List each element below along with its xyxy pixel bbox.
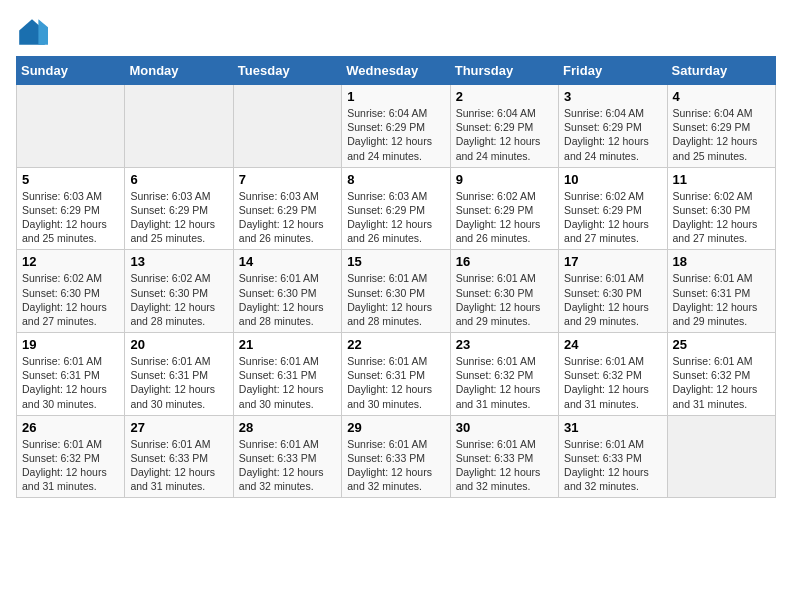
day-number: 9 [456,172,553,187]
calendar-cell: 5 Sunrise: 6:03 AM Sunset: 6:29 PM Dayli… [17,167,125,250]
day-number: 18 [673,254,770,269]
calendar-cell: 19 Sunrise: 6:01 AM Sunset: 6:31 PM Dayl… [17,333,125,416]
day-number: 13 [130,254,227,269]
calendar-cell: 15 Sunrise: 6:01 AM Sunset: 6:30 PM Dayl… [342,250,450,333]
day-info: Sunrise: 6:03 AM Sunset: 6:29 PM Dayligh… [347,189,444,246]
day-info: Sunrise: 6:01 AM Sunset: 6:32 PM Dayligh… [564,354,661,411]
calendar-body: 1 Sunrise: 6:04 AM Sunset: 6:29 PM Dayli… [17,85,776,498]
header-saturday: Saturday [667,57,775,85]
day-number: 6 [130,172,227,187]
day-info: Sunrise: 6:04 AM Sunset: 6:29 PM Dayligh… [673,106,770,163]
day-info: Sunrise: 6:01 AM Sunset: 6:31 PM Dayligh… [673,271,770,328]
calendar-cell: 10 Sunrise: 6:02 AM Sunset: 6:29 PM Dayl… [559,167,667,250]
day-number: 7 [239,172,336,187]
day-info: Sunrise: 6:01 AM Sunset: 6:30 PM Dayligh… [564,271,661,328]
calendar-cell: 4 Sunrise: 6:04 AM Sunset: 6:29 PM Dayli… [667,85,775,168]
day-number: 14 [239,254,336,269]
calendar-cell: 22 Sunrise: 6:01 AM Sunset: 6:31 PM Dayl… [342,333,450,416]
day-number: 27 [130,420,227,435]
calendar-cell: 6 Sunrise: 6:03 AM Sunset: 6:29 PM Dayli… [125,167,233,250]
calendar-cell [17,85,125,168]
day-info: Sunrise: 6:01 AM Sunset: 6:33 PM Dayligh… [564,437,661,494]
calendar-cell: 20 Sunrise: 6:01 AM Sunset: 6:31 PM Dayl… [125,333,233,416]
day-number: 2 [456,89,553,104]
week-row-4: 26 Sunrise: 6:01 AM Sunset: 6:32 PM Dayl… [17,415,776,498]
calendar-cell: 28 Sunrise: 6:01 AM Sunset: 6:33 PM Dayl… [233,415,341,498]
day-info: Sunrise: 6:01 AM Sunset: 6:33 PM Dayligh… [347,437,444,494]
day-number: 22 [347,337,444,352]
calendar-cell [125,85,233,168]
calendar-cell: 2 Sunrise: 6:04 AM Sunset: 6:29 PM Dayli… [450,85,558,168]
calendar-table: SundayMondayTuesdayWednesdayThursdayFrid… [16,56,776,498]
header-tuesday: Tuesday [233,57,341,85]
calendar-cell: 23 Sunrise: 6:01 AM Sunset: 6:32 PM Dayl… [450,333,558,416]
day-number: 29 [347,420,444,435]
calendar-cell: 24 Sunrise: 6:01 AM Sunset: 6:32 PM Dayl… [559,333,667,416]
day-info: Sunrise: 6:03 AM Sunset: 6:29 PM Dayligh… [130,189,227,246]
day-info: Sunrise: 6:01 AM Sunset: 6:33 PM Dayligh… [239,437,336,494]
calendar-cell: 21 Sunrise: 6:01 AM Sunset: 6:31 PM Dayl… [233,333,341,416]
day-number: 1 [347,89,444,104]
day-info: Sunrise: 6:01 AM Sunset: 6:31 PM Dayligh… [22,354,119,411]
calendar-cell: 27 Sunrise: 6:01 AM Sunset: 6:33 PM Dayl… [125,415,233,498]
calendar-cell [233,85,341,168]
calendar-cell: 30 Sunrise: 6:01 AM Sunset: 6:33 PM Dayl… [450,415,558,498]
calendar-cell: 17 Sunrise: 6:01 AM Sunset: 6:30 PM Dayl… [559,250,667,333]
day-number: 15 [347,254,444,269]
calendar-header: SundayMondayTuesdayWednesdayThursdayFrid… [17,57,776,85]
day-info: Sunrise: 6:01 AM Sunset: 6:33 PM Dayligh… [456,437,553,494]
day-number: 4 [673,89,770,104]
header-row: SundayMondayTuesdayWednesdayThursdayFrid… [17,57,776,85]
calendar-cell: 29 Sunrise: 6:01 AM Sunset: 6:33 PM Dayl… [342,415,450,498]
week-row-1: 5 Sunrise: 6:03 AM Sunset: 6:29 PM Dayli… [17,167,776,250]
calendar-cell: 9 Sunrise: 6:02 AM Sunset: 6:29 PM Dayli… [450,167,558,250]
day-number: 5 [22,172,119,187]
day-info: Sunrise: 6:01 AM Sunset: 6:33 PM Dayligh… [130,437,227,494]
day-number: 11 [673,172,770,187]
day-info: Sunrise: 6:01 AM Sunset: 6:31 PM Dayligh… [239,354,336,411]
day-info: Sunrise: 6:04 AM Sunset: 6:29 PM Dayligh… [456,106,553,163]
day-number: 24 [564,337,661,352]
calendar-cell: 13 Sunrise: 6:02 AM Sunset: 6:30 PM Dayl… [125,250,233,333]
day-info: Sunrise: 6:01 AM Sunset: 6:30 PM Dayligh… [456,271,553,328]
day-number: 10 [564,172,661,187]
day-number: 23 [456,337,553,352]
day-number: 21 [239,337,336,352]
calendar-cell: 16 Sunrise: 6:01 AM Sunset: 6:30 PM Dayl… [450,250,558,333]
day-number: 28 [239,420,336,435]
day-number: 17 [564,254,661,269]
day-info: Sunrise: 6:01 AM Sunset: 6:32 PM Dayligh… [22,437,119,494]
calendar-cell [667,415,775,498]
week-row-0: 1 Sunrise: 6:04 AM Sunset: 6:29 PM Dayli… [17,85,776,168]
header-sunday: Sunday [17,57,125,85]
header-monday: Monday [125,57,233,85]
day-number: 26 [22,420,119,435]
header-wednesday: Wednesday [342,57,450,85]
week-row-3: 19 Sunrise: 6:01 AM Sunset: 6:31 PM Dayl… [17,333,776,416]
week-row-2: 12 Sunrise: 6:02 AM Sunset: 6:30 PM Dayl… [17,250,776,333]
logo [16,16,52,48]
day-info: Sunrise: 6:04 AM Sunset: 6:29 PM Dayligh… [347,106,444,163]
calendar-cell: 18 Sunrise: 6:01 AM Sunset: 6:31 PM Dayl… [667,250,775,333]
day-info: Sunrise: 6:01 AM Sunset: 6:31 PM Dayligh… [130,354,227,411]
calendar-cell: 11 Sunrise: 6:02 AM Sunset: 6:30 PM Dayl… [667,167,775,250]
calendar-cell: 1 Sunrise: 6:04 AM Sunset: 6:29 PM Dayli… [342,85,450,168]
page-header [16,16,776,48]
day-info: Sunrise: 6:02 AM Sunset: 6:30 PM Dayligh… [673,189,770,246]
day-info: Sunrise: 6:01 AM Sunset: 6:30 PM Dayligh… [347,271,444,328]
day-info: Sunrise: 6:02 AM Sunset: 6:30 PM Dayligh… [130,271,227,328]
day-number: 30 [456,420,553,435]
day-number: 16 [456,254,553,269]
day-number: 31 [564,420,661,435]
calendar-cell: 26 Sunrise: 6:01 AM Sunset: 6:32 PM Dayl… [17,415,125,498]
day-number: 3 [564,89,661,104]
day-number: 20 [130,337,227,352]
svg-marker-1 [38,19,48,45]
day-number: 25 [673,337,770,352]
day-info: Sunrise: 6:01 AM Sunset: 6:32 PM Dayligh… [673,354,770,411]
day-info: Sunrise: 6:01 AM Sunset: 6:30 PM Dayligh… [239,271,336,328]
day-info: Sunrise: 6:01 AM Sunset: 6:32 PM Dayligh… [456,354,553,411]
header-friday: Friday [559,57,667,85]
calendar-cell: 12 Sunrise: 6:02 AM Sunset: 6:30 PM Dayl… [17,250,125,333]
header-thursday: Thursday [450,57,558,85]
